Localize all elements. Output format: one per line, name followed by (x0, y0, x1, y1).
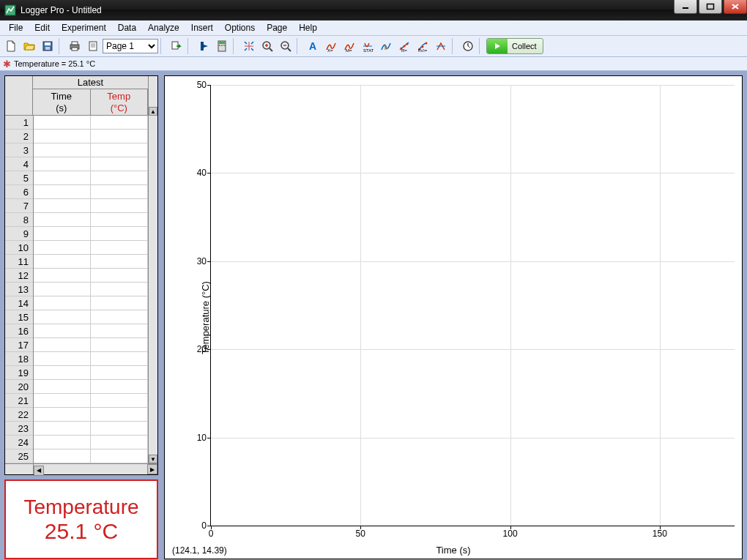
menu-insert[interactable]: Insert (185, 21, 219, 34)
text-annotation-icon[interactable]: A (304, 37, 322, 55)
menu-page[interactable]: Page (261, 21, 293, 34)
close-button[interactable] (724, 0, 747, 14)
page-setup-icon[interactable] (84, 37, 102, 55)
table-row[interactable] (34, 380, 148, 394)
cursor-coordinates: (124.1, 14.39) (172, 545, 227, 556)
table-vscroll-track[interactable]: ▼ (148, 116, 157, 463)
data-mark-icon[interactable] (195, 37, 212, 55)
x-axis-label[interactable]: Time (s) (436, 545, 470, 556)
svg-rect-10 (72, 48, 78, 51)
svg-text:A: A (309, 40, 316, 52)
zoom-in-icon[interactable] (259, 37, 276, 55)
print-icon[interactable] (66, 37, 83, 55)
table-row[interactable] (34, 436, 148, 449)
row-number: 16 (5, 324, 33, 338)
svg-line-26 (288, 48, 291, 51)
table-row[interactable] (34, 213, 148, 227)
svg-text:f(x)=: f(x)= (418, 48, 428, 52)
toolbar: Page 1 A X= M= STAT R= f(x)= Collect (0, 36, 747, 57)
stats-icon[interactable]: STAT (359, 37, 376, 55)
curve-fit-icon[interactable]: f(x)= (414, 37, 431, 55)
data-collection-options-icon[interactable] (459, 37, 477, 55)
y-tick-label: 0 (185, 520, 211, 531)
model-icon[interactable] (432, 37, 450, 55)
tangent-icon[interactable]: M= (341, 37, 358, 55)
row-number: 6 (5, 185, 33, 199)
menu-file[interactable]: File (3, 21, 29, 34)
linear-fit-icon[interactable]: R= (395, 37, 413, 55)
menu-edit[interactable]: Edit (29, 21, 56, 34)
table-row[interactable] (34, 422, 148, 436)
table-group-header[interactable]: Latest (33, 76, 148, 89)
store-run-icon[interactable] (168, 37, 185, 55)
row-number: 23 (5, 422, 33, 436)
meter-display[interactable]: Temperature 25.1 °C (4, 479, 158, 559)
table-row[interactable] (34, 185, 148, 199)
table-row[interactable] (34, 296, 148, 310)
scroll-right-icon[interactable]: ▶ (147, 464, 157, 474)
toolbar-separator (297, 38, 302, 54)
minimize-button[interactable] (674, 0, 697, 14)
collect-button[interactable]: Collect (486, 38, 543, 54)
save-file-icon[interactable] (39, 37, 56, 55)
table-row[interactable] (34, 269, 148, 283)
table-hscroll[interactable]: ◀ ▶ (5, 463, 157, 474)
scroll-left-icon[interactable]: ◀ (34, 466, 44, 476)
y-tick-label: 40 (185, 168, 211, 178)
menu-help[interactable]: Help (293, 21, 323, 34)
menu-experiment[interactable]: Experiment (56, 21, 112, 34)
maximize-button[interactable] (699, 0, 722, 14)
table-row[interactable] (34, 366, 148, 380)
table-row[interactable] (34, 324, 148, 338)
calculator-icon[interactable] (213, 37, 231, 55)
scroll-down-icon[interactable]: ▼ (149, 455, 157, 463)
row-number: 25 (5, 449, 33, 463)
table-vscroll[interactable]: ▲ (148, 76, 157, 116)
svg-text:R=: R= (401, 48, 407, 52)
autoscale-icon[interactable] (240, 37, 258, 55)
table-row[interactable] (34, 171, 148, 185)
table-row[interactable] (34, 157, 148, 171)
menu-data[interactable]: Data (112, 21, 142, 34)
table-row[interactable] (34, 352, 148, 366)
table-row[interactable] (34, 394, 148, 408)
table-row[interactable] (34, 255, 148, 269)
table-row[interactable] (34, 338, 148, 352)
row-number: 5 (5, 171, 33, 185)
sensor-icon: ✱ (3, 59, 11, 70)
svg-rect-18 (219, 45, 220, 46)
svg-rect-17 (219, 42, 225, 44)
menu-bar: File Edit Experiment Data Analyze Insert… (0, 20, 747, 36)
table-row[interactable] (34, 227, 148, 241)
y-tick-label: 10 (185, 433, 211, 443)
open-file-icon[interactable] (21, 37, 38, 55)
table-row[interactable] (34, 130, 148, 143)
integral-icon[interactable] (377, 37, 395, 55)
row-number: 10 (5, 241, 33, 255)
menu-analyze[interactable]: Analyze (142, 21, 185, 34)
table-row[interactable] (34, 241, 148, 255)
zoom-out-icon[interactable] (277, 37, 294, 55)
table-row[interactable] (34, 408, 148, 422)
row-number: 20 (5, 380, 33, 394)
svg-point-35 (406, 43, 409, 45)
new-file-icon[interactable] (2, 37, 20, 55)
plot-area[interactable]: 05010015001020304050 (210, 85, 735, 526)
row-number: 9 (5, 227, 33, 241)
table-row[interactable] (34, 449, 148, 463)
scroll-up-icon[interactable]: ▲ (149, 107, 157, 116)
menu-options[interactable]: Options (219, 21, 261, 34)
column-header-temp[interactable]: Temp(°C) (91, 89, 149, 116)
data-cells[interactable] (34, 116, 148, 463)
table-row[interactable] (34, 116, 148, 130)
page-select[interactable]: Page 1 (103, 39, 158, 53)
table-row[interactable] (34, 143, 148, 157)
data-table[interactable]: Latest Time(s) Temp(°C) ▲ 1234567891011 (4, 75, 158, 475)
x-tick-label: 150 (653, 526, 667, 539)
graph-panel[interactable]: Temperature (°C) Time (s) (124.1, 14.39)… (164, 75, 743, 559)
column-header-time[interactable]: Time(s) (33, 89, 91, 116)
table-row[interactable] (34, 283, 148, 296)
table-row[interactable] (34, 310, 148, 324)
table-row[interactable] (34, 199, 148, 213)
examine-icon[interactable]: X= (322, 37, 340, 55)
